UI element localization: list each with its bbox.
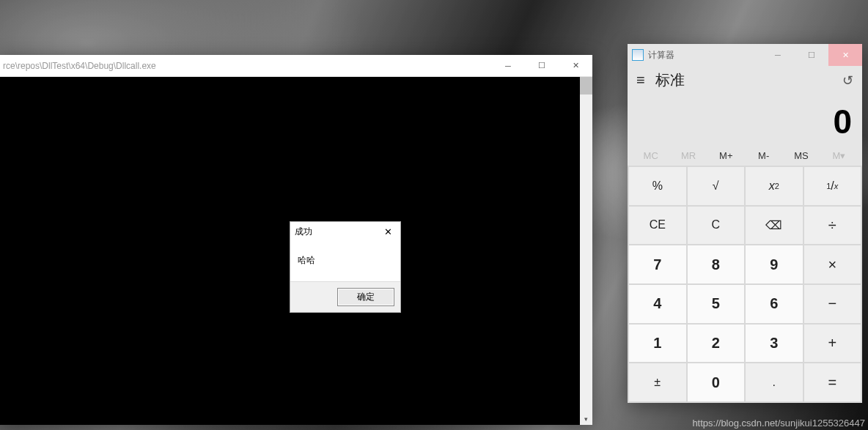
key-8[interactable]: 8 [688, 245, 745, 283]
key-5[interactable]: 5 [688, 285, 745, 323]
messagebox-footer: 确定 [290, 281, 400, 312]
key-percent[interactable]: % [629, 167, 686, 205]
calculator-header: ≡ 标准 ↺ [628, 66, 862, 94]
calculator-titlebar[interactable]: 计算器 ─ ☐ ✕ [628, 44, 862, 66]
calculator-title: 计算器 [648, 49, 761, 62]
maximize-button[interactable]: ☐ [795, 44, 828, 66]
close-button[interactable]: ✕ [559, 55, 592, 77]
maximize-button[interactable]: ☐ [525, 55, 559, 77]
key-recip-x: x [834, 182, 839, 190]
key-6[interactable]: 6 [746, 285, 803, 323]
key-9[interactable]: 9 [746, 245, 803, 283]
scrollbar-down-icon[interactable]: ▾ [580, 412, 592, 425]
minimize-button[interactable]: ─ [761, 44, 795, 66]
console-scrollbar[interactable]: ▾ [580, 77, 592, 425]
minimize-button[interactable]: ─ [491, 55, 525, 77]
history-icon[interactable]: ↺ [842, 73, 853, 89]
key-square-sup: 2 [775, 182, 779, 190]
close-button[interactable]: ✕ [828, 44, 862, 66]
key-equals[interactable]: = [804, 363, 861, 401]
key-backspace[interactable]: ⌫ [746, 207, 803, 245]
key-1[interactable]: 1 [629, 325, 686, 363]
key-multiply[interactable]: × [804, 245, 861, 283]
key-3[interactable]: 3 [746, 325, 803, 363]
key-0[interactable]: 0 [688, 363, 745, 401]
mem-ms-button[interactable]: MS [782, 146, 820, 166]
key-decimal[interactable]: . [746, 363, 803, 401]
key-7[interactable]: 7 [629, 245, 686, 283]
key-square[interactable]: x2 [746, 167, 803, 205]
messagebox-body: 哈哈 [290, 241, 400, 281]
key-sqrt[interactable]: √ [688, 167, 745, 205]
key-2[interactable]: 2 [688, 325, 745, 363]
mem-mplus-button[interactable]: M+ [707, 146, 745, 166]
watermark-text: https://blog.csdn.net/sunjikui1255326447 [692, 418, 865, 429]
messagebox-titlebar[interactable]: 成功 ✕ [290, 222, 400, 241]
mem-mlist-button[interactable]: M▾ [820, 146, 858, 166]
calculator-mode-label: 标准 [655, 70, 842, 90]
close-icon[interactable]: ✕ [380, 224, 396, 239]
messagebox-window: 成功 ✕ 哈哈 确定 [290, 221, 401, 313]
calculator-window: 计算器 ─ ☐ ✕ ≡ 标准 ↺ 0 MC MR M+ M- MS M▾ % √… [628, 44, 862, 403]
window-controls: ─ ☐ ✕ [491, 55, 592, 77]
key-negate[interactable]: ± [629, 363, 686, 401]
scrollbar-thumb[interactable] [580, 77, 592, 94]
calculator-app-icon [632, 49, 644, 61]
menu-icon[interactable]: ≡ [636, 72, 645, 89]
calculator-keypad: % √ x2 1/x CE C ⌫ ÷ 7 8 9 × 4 5 6 − 1 2 … [628, 166, 862, 403]
key-divide[interactable]: ÷ [804, 207, 861, 245]
key-recip-num: 1 [826, 182, 831, 190]
key-add[interactable]: + [804, 325, 861, 363]
key-4[interactable]: 4 [629, 285, 686, 323]
mem-mr-button[interactable]: MR [669, 146, 707, 166]
key-subtract[interactable]: − [804, 285, 861, 323]
mem-mc-button[interactable]: MC [632, 146, 669, 166]
console-title: rce\repos\DllTest\x64\Debug\Dllcall.exe [0, 61, 491, 71]
key-c[interactable]: C [688, 207, 745, 245]
mem-mminus-button[interactable]: M- [745, 146, 782, 166]
ok-button[interactable]: 确定 [337, 288, 394, 306]
memory-row: MC MR M+ M- MS M▾ [628, 146, 862, 166]
key-reciprocal[interactable]: 1/x [804, 167, 861, 205]
messagebox-title: 成功 [295, 226, 380, 238]
key-square-base: x [769, 179, 775, 193]
console-titlebar[interactable]: rce\repos\DllTest\x64\Debug\Dllcall.exe … [0, 55, 592, 77]
key-ce[interactable]: CE [629, 207, 686, 245]
calculator-display: 0 [628, 94, 862, 146]
